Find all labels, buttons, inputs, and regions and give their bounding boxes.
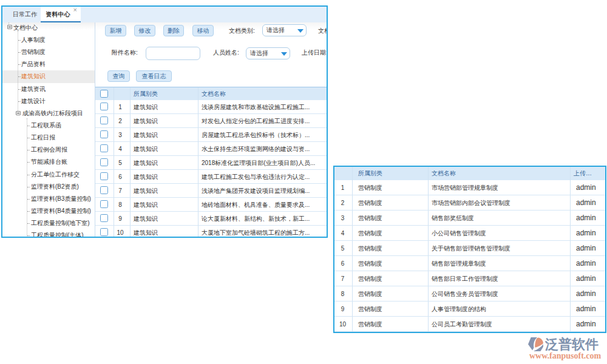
svg-text:泛普软件: 泛普软件 <box>544 337 599 352</box>
svg-text:www.fanpusoft.com: www.fanpusoft.com <box>529 351 602 360</box>
